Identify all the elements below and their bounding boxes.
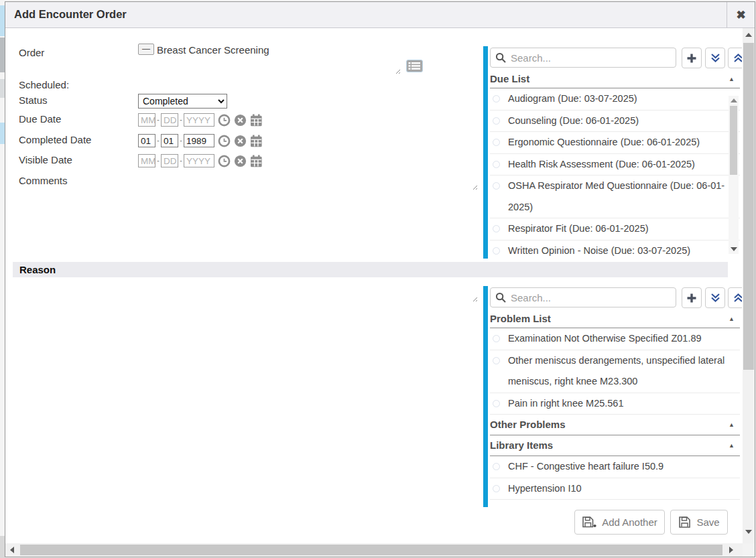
due-list-item[interactable]: Respirator Fit (Due: 06-01-2025) bbox=[490, 218, 740, 240]
due-list-item[interactable]: OSHA Respirator Med Questionnaire (Due: … bbox=[490, 176, 740, 218]
due-list-item[interactable]: Health Risk Assessment (Due: 06-01-2025) bbox=[490, 154, 740, 176]
date-separator: - bbox=[180, 156, 182, 165]
panel-accent-bar bbox=[483, 46, 488, 259]
completed-date-day-input[interactable] bbox=[161, 134, 178, 147]
background-page-edge bbox=[0, 0, 5, 558]
problem-list-item[interactable]: Other meniscus derangements, unspecified… bbox=[490, 350, 740, 393]
order-lookup-button[interactable] bbox=[405, 58, 424, 73]
comments-wrap bbox=[138, 173, 478, 190]
scrollbar-thumb[interactable] bbox=[743, 43, 754, 370]
remove-order-button[interactable]: — bbox=[138, 44, 154, 55]
collapse-icon[interactable]: ▲ bbox=[729, 415, 735, 435]
comments-textarea[interactable] bbox=[138, 173, 478, 190]
radio-icon bbox=[493, 247, 500, 255]
due-add-button[interactable] bbox=[682, 48, 702, 68]
problems-body: Problem List ▲ Examination Not Otherwise… bbox=[490, 310, 740, 500]
radio-icon bbox=[493, 485, 500, 492]
due-search-input[interactable] bbox=[490, 48, 676, 68]
library-item[interactable]: Hypertension I10 bbox=[490, 478, 740, 500]
clock-icon[interactable] bbox=[218, 155, 231, 167]
visible-date-month-input[interactable] bbox=[138, 154, 155, 167]
due-expand-all-button[interactable] bbox=[705, 48, 725, 68]
due-list-scrollbar[interactable] bbox=[729, 96, 739, 254]
scroll-down-icon[interactable] bbox=[731, 247, 737, 251]
clock-icon[interactable] bbox=[218, 114, 231, 127]
scroll-down-icon[interactable] bbox=[745, 530, 752, 534]
problems-add-button[interactable] bbox=[682, 287, 702, 308]
background-segment bbox=[0, 38, 5, 72]
background-segment bbox=[0, 123, 5, 144]
scroll-up-icon[interactable] bbox=[745, 33, 752, 37]
problems-collapse-all-button[interactable] bbox=[728, 287, 742, 308]
add-encounter-order-dialog: Add Encounter Order ✖ Order Scheduled: S… bbox=[5, 1, 755, 557]
search-icon bbox=[495, 292, 507, 303]
due-list-header[interactable]: Due List ▲ bbox=[490, 70, 740, 88]
problems-search-input[interactable] bbox=[490, 287, 676, 307]
vertical-scrollbar[interactable] bbox=[743, 28, 755, 543]
due-item-label: Written Opinion - Noise (Due: 03-07-2025… bbox=[508, 245, 690, 256]
calendar-icon[interactable] bbox=[250, 114, 263, 127]
problem-list-header[interactable]: Problem List ▲ bbox=[490, 310, 740, 328]
date-separator: - bbox=[180, 136, 182, 145]
status-label: Status bbox=[19, 94, 48, 107]
scrollbar-thumb[interactable] bbox=[20, 545, 722, 555]
reason-section-header: Reason bbox=[13, 262, 728, 277]
visible-date-day-input[interactable] bbox=[161, 154, 178, 167]
background-segment bbox=[0, 536, 5, 558]
due-date-day-input[interactable] bbox=[161, 113, 178, 127]
other-problems-header[interactable]: Other Problems ▲ bbox=[490, 415, 740, 435]
reason-input[interactable] bbox=[19, 287, 478, 302]
horizontal-scrollbar[interactable] bbox=[5, 543, 743, 557]
selected-order-text: Breast Cancer Screening bbox=[157, 44, 269, 56]
scroll-right-icon[interactable] bbox=[729, 547, 733, 553]
due-collapse-all-button[interactable] bbox=[728, 48, 742, 68]
radio-icon bbox=[493, 117, 500, 125]
library-item-label: Hypertension I10 bbox=[508, 483, 582, 494]
scrollbar-thumb[interactable] bbox=[730, 106, 737, 175]
dialog-title: Add Encounter Order bbox=[14, 8, 127, 21]
problem-list-item[interactable]: Examination Not Otherwise Specified Z01.… bbox=[490, 328, 740, 350]
add-another-button[interactable]: Add Another bbox=[574, 510, 665, 535]
due-item-label: Counseling (Due: 06-01-2025) bbox=[508, 115, 639, 126]
collapse-icon[interactable]: ▲ bbox=[729, 310, 735, 328]
due-search-wrap bbox=[490, 48, 676, 68]
order-label: Order bbox=[19, 46, 44, 60]
due-list-item[interactable]: Ergonomic Questionnaire (Due: 06-01-2025… bbox=[490, 132, 740, 154]
due-list-item[interactable]: Written Opinion - Noise (Due: 03-07-2025… bbox=[490, 240, 740, 259]
due-list-item[interactable]: Counseling (Due: 06-01-2025) bbox=[490, 111, 740, 133]
date-separator: - bbox=[157, 156, 160, 165]
library-items-header[interactable]: Library Items ▲ bbox=[490, 435, 740, 456]
problem-item-label: Examination Not Otherwise Specified Z01.… bbox=[508, 333, 702, 344]
due-date-month-input[interactable] bbox=[138, 113, 155, 127]
save-button[interactable]: Save bbox=[670, 510, 728, 535]
close-button[interactable]: ✖ bbox=[727, 2, 755, 27]
clear-date-icon[interactable] bbox=[234, 135, 247, 147]
visible-date-year-input[interactable] bbox=[184, 154, 214, 167]
scroll-up-icon[interactable] bbox=[731, 98, 737, 102]
library-item[interactable]: CHF - Congestive heart failure I50.9 bbox=[490, 456, 740, 478]
due-item-label: Health Risk Assessment (Due: 06-01-2025) bbox=[508, 159, 695, 169]
due-list-item[interactable]: Audiogram (Due: 03-07-2025) bbox=[490, 88, 740, 111]
double-chevron-up-icon bbox=[733, 293, 743, 303]
problems-expand-all-button[interactable] bbox=[705, 287, 725, 308]
radio-icon bbox=[493, 95, 500, 102]
save-label: Save bbox=[696, 516, 719, 528]
clear-date-icon[interactable] bbox=[234, 155, 247, 167]
due-date-year-input[interactable] bbox=[184, 113, 214, 127]
double-chevron-up-icon bbox=[733, 53, 743, 63]
collapse-icon[interactable]: ▲ bbox=[729, 435, 735, 456]
clear-date-icon[interactable] bbox=[234, 114, 247, 127]
clock-icon[interactable] bbox=[218, 135, 231, 147]
completed-date-year-input[interactable] bbox=[184, 134, 214, 147]
scroll-left-icon[interactable] bbox=[10, 547, 14, 553]
problem-list-header-text: Problem List bbox=[490, 313, 551, 324]
completed-date-month-input[interactable] bbox=[138, 134, 155, 147]
problem-list-item[interactable]: Pain in right knee M25.561 bbox=[490, 393, 740, 415]
status-select[interactable]: Completed bbox=[138, 94, 227, 109]
calendar-icon[interactable] bbox=[250, 155, 263, 167]
completed-date-row: - - bbox=[138, 133, 263, 148]
calendar-icon[interactable] bbox=[250, 135, 263, 147]
collapse-icon[interactable]: ▲ bbox=[729, 70, 735, 88]
order-input[interactable] bbox=[138, 58, 401, 74]
radio-icon bbox=[493, 139, 500, 146]
